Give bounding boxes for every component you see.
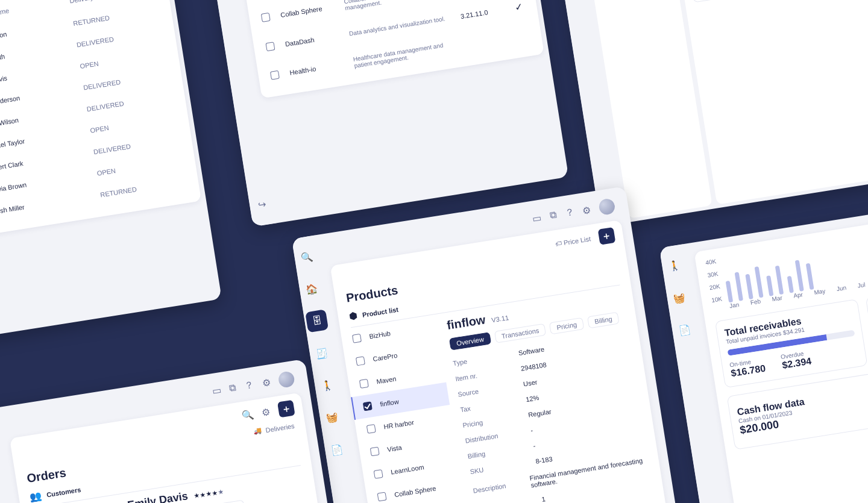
cell-status: OPEN — [90, 124, 110, 134]
register-icon[interactable]: 🧾 — [310, 342, 334, 365]
checkbox-icon[interactable] — [359, 379, 369, 389]
field-label: SKU — [470, 460, 524, 475]
checkbox-icon[interactable] — [370, 446, 380, 456]
add-button[interactable]: ＋ — [277, 400, 295, 418]
checkbox-icon[interactable] — [352, 334, 362, 343]
bar — [775, 266, 784, 295]
cell-app-desc: Data analytics and visualization tool. — [348, 14, 450, 37]
logout-icon[interactable]: ↪ — [250, 192, 274, 216]
field-label: Pricing — [462, 413, 517, 429]
cell-app-desc: Healthcare data management and patient e… — [353, 40, 455, 69]
tab-customers[interactable]: Customers — [46, 486, 81, 498]
bar — [725, 281, 733, 303]
field-value: 12% — [525, 394, 539, 403]
person-icon[interactable]: 🚶 — [315, 373, 339, 397]
help-icon[interactable]: ？ — [243, 378, 254, 392]
copy-icon[interactable]: ⧉ — [228, 382, 237, 393]
status-icon: ✓ — [512, 1, 526, 14]
field-value: 8-183 — [535, 455, 553, 465]
price-list-link[interactable]: 🏷 Price List — [555, 235, 591, 248]
cell-status: DELIVERED — [93, 143, 131, 156]
receivables-box: Receivables$5.400 ↑Expenses$2.300 ↓ — [687, 0, 755, 3]
payables-card: Total payables Total unpaid bills On-tim… — [866, 278, 868, 364]
bar — [787, 276, 793, 293]
search-icon[interactable]: 🔍 — [295, 245, 318, 269]
bar — [734, 272, 743, 301]
checkbox-icon[interactable] — [366, 424, 376, 434]
add-button[interactable]: ＋ — [598, 227, 616, 245]
field-label: Tax — [460, 398, 515, 413]
customer-name: Emily Davis — [127, 490, 189, 503]
product-name: Vista — [387, 443, 403, 453]
bar — [806, 263, 814, 290]
cell-status: RETURNED — [100, 186, 137, 198]
cell-status: DELIVERED — [83, 78, 121, 92]
checkbox-icon[interactable] — [270, 70, 280, 80]
panel-apps: ↪ HR harbor Human resource and employee … — [203, 0, 568, 227]
tab-transactions[interactable]: Transactions — [494, 323, 547, 343]
checkbox-icon[interactable] — [363, 401, 373, 411]
product-name: finflow — [446, 313, 486, 333]
gear-icon[interactable]: ⚙ — [261, 405, 271, 418]
cell-app-name: Collab Sphere — [280, 3, 335, 19]
product-name: finflow — [380, 398, 400, 408]
basket-icon[interactable]: 🧺 — [668, 286, 691, 310]
checkbox-icon[interactable] — [265, 42, 275, 51]
product-name: CarePro — [373, 352, 398, 363]
truck-icon: 🚚 — [253, 426, 263, 436]
bar — [795, 260, 804, 291]
product-name: BizHub — [369, 330, 391, 340]
avatar[interactable] — [598, 198, 616, 216]
bar — [745, 274, 753, 300]
basket-icon[interactable]: 🧺 — [321, 405, 344, 429]
checkbox-icon[interactable] — [377, 492, 387, 502]
home-icon[interactable]: 🏠 — [300, 277, 324, 301]
field-label: Billing — [467, 444, 522, 460]
gear-icon[interactable]: ⚙ — [582, 204, 592, 216]
tab-billing[interactable]: Billing — [587, 312, 620, 329]
cell-status: OPEN — [80, 60, 99, 70]
field-value: 1 — [541, 495, 546, 503]
checkbox-icon[interactable] — [356, 356, 365, 366]
copy-icon[interactable]: ⧉ — [549, 210, 558, 221]
checkbox-icon[interactable] — [261, 13, 271, 22]
product-name: Maven — [376, 375, 397, 385]
tab-billing[interactable]: Billing — [213, 500, 245, 503]
cell-status: DELIVERED — [76, 36, 114, 49]
folder-icon[interactable]: ▭ — [532, 211, 542, 224]
panel-products: 🔍🏠🗄🧾🚶🧺📄 ▭ ⧉ ？ ⚙ 🏷 Price List ＋ Products … — [292, 186, 685, 503]
gear-icon[interactable]: ⚙ — [261, 376, 271, 389]
field-value: 2948108 — [520, 361, 547, 372]
search-icon[interactable]: 🔍 — [241, 408, 254, 422]
tab-pricing[interactable]: Pricing — [549, 317, 584, 334]
avatar[interactable] — [277, 370, 295, 389]
doc-icon[interactable]: 📄 — [326, 438, 349, 461]
panel-orders-table: ng nr. Customer name Delivery status 22-… — [0, 0, 222, 347]
bar — [766, 275, 773, 296]
panel-orders: 🧾 ▭ ⧉ ？ ⚙ 🔍 ⚙ ＋ 🚚Deliveries Orders — [0, 359, 354, 503]
modules-icon: ⬢ — [348, 310, 359, 322]
bar — [754, 266, 763, 298]
folder-icon[interactable]: ▭ — [211, 384, 222, 397]
cell-app-name: Health-io — [289, 61, 344, 77]
help-icon[interactable]: ？ — [564, 205, 575, 219]
cell-customer: Josh Miller — [0, 195, 77, 216]
checkbox-icon[interactable] — [374, 469, 383, 479]
field-value: User — [523, 378, 538, 387]
field-label: Description — [473, 480, 519, 495]
doc-icon[interactable]: 📄 — [673, 318, 696, 342]
product-name: Collab Sphere — [394, 484, 436, 498]
cell-app-version — [465, 39, 507, 45]
panel-finance: 🚶 🧺 📄 40K30K20K10K JanFebMarAprMayJunJul… — [659, 195, 868, 503]
chart-monthly: 40K30K20K10K JanFebMarAprMayJunJulAugSep — [705, 215, 868, 312]
cell-app-version: 3.21.11.0 — [460, 6, 503, 20]
field-value: Software — [518, 345, 545, 357]
tab-overview[interactable]: Overview — [449, 332, 491, 350]
person-icon[interactable]: 🚶 — [662, 254, 686, 277]
field-value: - — [533, 442, 536, 449]
cell-app-name: DataDash — [285, 32, 339, 48]
list-item[interactable]: Josh Miller — [591, 0, 678, 3]
archive-icon[interactable]: 🗄 — [305, 309, 329, 333]
tab-product-list[interactable]: Product list — [362, 305, 399, 318]
product-name: LearnLoom — [390, 463, 424, 476]
